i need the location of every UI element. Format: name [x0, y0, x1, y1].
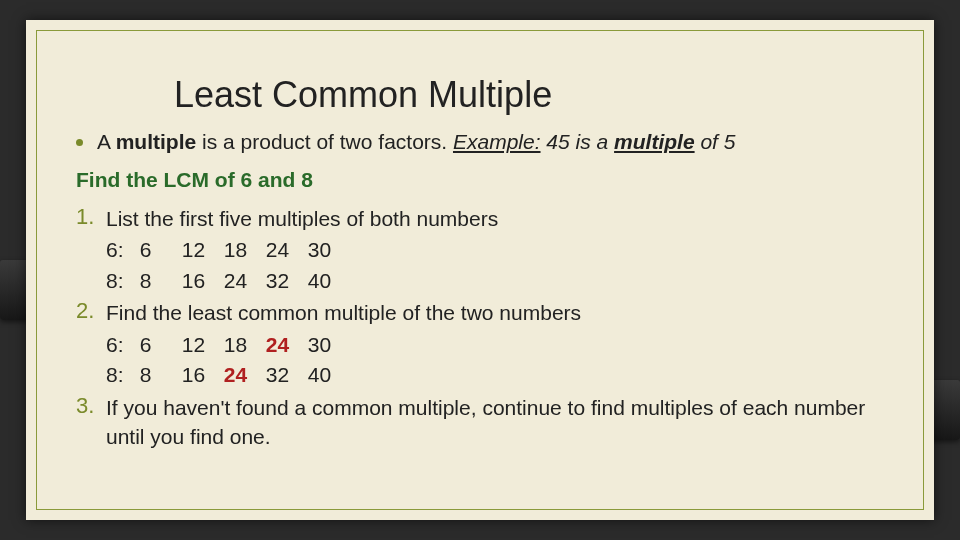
- steps-list: 1.List the first five multiples of both …: [64, 204, 896, 451]
- multiple-value: 40: [308, 266, 350, 296]
- row-label: 8:: [106, 360, 134, 390]
- step-2: 2.Find the least common multiple of the …: [76, 298, 896, 327]
- multiple-value: 32: [266, 360, 308, 390]
- row-label: 6:: [106, 235, 134, 265]
- step-number: 3.: [76, 393, 106, 419]
- multiple-value: 8: [140, 266, 182, 296]
- multiples-row: 6: 612182430: [106, 330, 896, 360]
- definition-bullet: A multiple is a product of two factors. …: [76, 130, 896, 154]
- multiple-value: 30: [308, 330, 350, 360]
- multiple-value: 6: [140, 235, 182, 265]
- multiple-value: 40: [308, 360, 350, 390]
- multiple-value: 18: [224, 235, 266, 265]
- multiple-value: 8: [140, 360, 182, 390]
- multiple-value: 30: [308, 235, 350, 265]
- step-number: 1.: [76, 204, 106, 230]
- multiple-value: 12: [182, 235, 224, 265]
- step-3: 3.If you haven't found a common multiple…: [76, 393, 896, 452]
- multiples-row: 8: 816243240: [106, 360, 896, 390]
- step-text: Find the least common multiple of the tw…: [106, 298, 581, 327]
- multiple-value: 16: [182, 266, 224, 296]
- multiple-value: 24: [224, 266, 266, 296]
- multiple-value: 24: [266, 330, 308, 360]
- multiples-row: 6: 612182430: [106, 235, 896, 265]
- step-1: 1.List the first five multiples of both …: [76, 204, 896, 233]
- multiple-value: 18: [224, 330, 266, 360]
- bullet-icon: [76, 139, 83, 146]
- multiple-value: 16: [182, 360, 224, 390]
- multiple-value: 12: [182, 330, 224, 360]
- multiple-value: 32: [266, 266, 308, 296]
- multiple-value: 24: [224, 360, 266, 390]
- step-text: List the first five multiples of both nu…: [106, 204, 498, 233]
- slide-card: Least Common Multiple A multiple is a pr…: [26, 20, 934, 520]
- row-label: 6:: [106, 330, 134, 360]
- definition-text: A multiple is a product of two factors. …: [97, 130, 735, 154]
- multiples-row: 8: 816243240: [106, 266, 896, 296]
- problem-heading: Find the LCM of 6 and 8: [76, 168, 896, 192]
- step-text: If you haven't found a common multiple, …: [106, 393, 896, 452]
- multiple-value: 6: [140, 330, 182, 360]
- row-label: 8:: [106, 266, 134, 296]
- slide-title: Least Common Multiple: [174, 74, 896, 116]
- multiple-value: 24: [266, 235, 308, 265]
- step-number: 2.: [76, 298, 106, 324]
